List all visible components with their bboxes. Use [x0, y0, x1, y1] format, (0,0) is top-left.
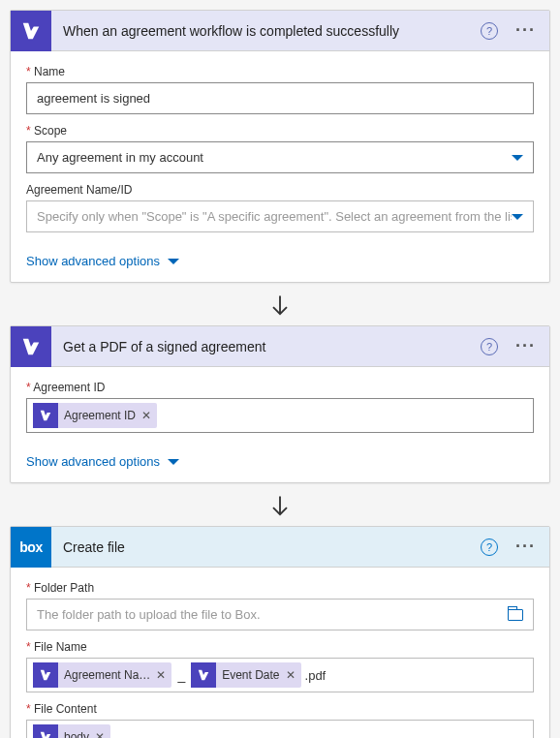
folder-path-input[interactable]: The folder path to upload the file to Bo… [26, 599, 534, 630]
agreement-placeholder: Specify only when "Scope" is "A specific… [37, 209, 512, 224]
help-icon[interactable]: ? [481, 22, 498, 40]
show-advanced-link[interactable]: Show advanced options [11, 445, 195, 482]
trigger-title: When an agreement workflow is completed … [51, 23, 481, 39]
token-event-date[interactable]: Event Date ✕ [191, 662, 300, 688]
remove-token-icon[interactable]: ✕ [141, 409, 151, 422]
scope-label: Scope [26, 124, 534, 138]
folder-placeholder: The folder path to upload the file to Bo… [37, 607, 261, 622]
filename-suffix: .pdf [305, 668, 327, 683]
chevron-down-icon [168, 259, 179, 264]
scope-select[interactable]: Any agreement in my account [26, 141, 534, 173]
adobe-sign-icon [11, 11, 51, 51]
remove-token-icon[interactable]: ✕ [286, 668, 296, 682]
action-header[interactable]: Get a PDF of a signed agreement ? ··· [11, 326, 549, 367]
remove-token-icon[interactable]: ✕ [95, 730, 105, 738]
chevron-down-icon [168, 459, 179, 465]
adobe-sign-icon [33, 662, 58, 688]
chevron-down-icon [512, 155, 523, 161]
action-title: Get a PDF of a signed agreement [51, 339, 481, 354]
action-title: Create file [51, 539, 481, 555]
file-content-label: File Content [26, 702, 534, 716]
scope-value: Any agreement in my account [37, 150, 203, 165]
more-menu-icon[interactable]: ··· [510, 537, 542, 557]
more-menu-icon[interactable]: ··· [510, 336, 542, 356]
show-advanced-link[interactable]: Show advanced options [11, 244, 195, 282]
folder-picker-icon[interactable] [508, 609, 523, 621]
action-card-box: box Create file ? ··· Folder Path The fo… [10, 526, 550, 738]
adobe-sign-icon [33, 724, 58, 738]
chevron-down-icon [512, 214, 523, 220]
action-body: Folder Path The folder path to upload th… [11, 568, 549, 738]
name-input[interactable]: agreement is signed [26, 82, 534, 114]
help-icon[interactable]: ? [481, 338, 498, 355]
action-header[interactable]: box Create file ? ··· [11, 527, 549, 568]
trigger-body: Name agreement is signed Scope Any agree… [11, 51, 549, 244]
token-body[interactable]: body ✕ [33, 724, 110, 738]
token-agreement-name[interactable]: Agreement Na… ✕ [33, 662, 171, 688]
name-label: Name [26, 65, 534, 78]
trigger-card: When an agreement workflow is completed … [10, 10, 550, 283]
box-icon: box [11, 527, 51, 568]
agreement-select[interactable]: Specify only when "Scope" is "A specific… [26, 200, 534, 232]
agreement-id-label: Agreement ID [26, 381, 534, 394]
action-body: Agreement ID Agreement ID ✕ [11, 367, 549, 445]
file-content-input[interactable]: body ✕ [26, 720, 534, 738]
file-name-label: File Name [26, 640, 534, 654]
agreement-id-input[interactable]: Agreement ID ✕ [26, 398, 534, 433]
folder-path-label: Folder Path [26, 581, 534, 595]
filename-separator: _ [175, 667, 187, 683]
action-card-pdf: Get a PDF of a signed agreement ? ··· Ag… [10, 325, 550, 483]
flow-arrow [10, 287, 550, 325]
flow-arrow [10, 487, 550, 526]
more-menu-icon[interactable]: ··· [510, 20, 542, 41]
adobe-sign-icon [191, 662, 216, 688]
adobe-sign-icon [33, 403, 58, 428]
remove-token-icon[interactable]: ✕ [156, 668, 166, 682]
adobe-sign-icon [11, 326, 51, 367]
trigger-header[interactable]: When an agreement workflow is completed … [11, 11, 549, 51]
token-agreement-id[interactable]: Agreement ID ✕ [33, 403, 157, 428]
help-icon[interactable]: ? [481, 538, 498, 556]
agreement-label: Agreement Name/ID [26, 183, 534, 197]
file-name-input[interactable]: Agreement Na… ✕ _ Event Date ✕ .pdf [26, 658, 534, 692]
